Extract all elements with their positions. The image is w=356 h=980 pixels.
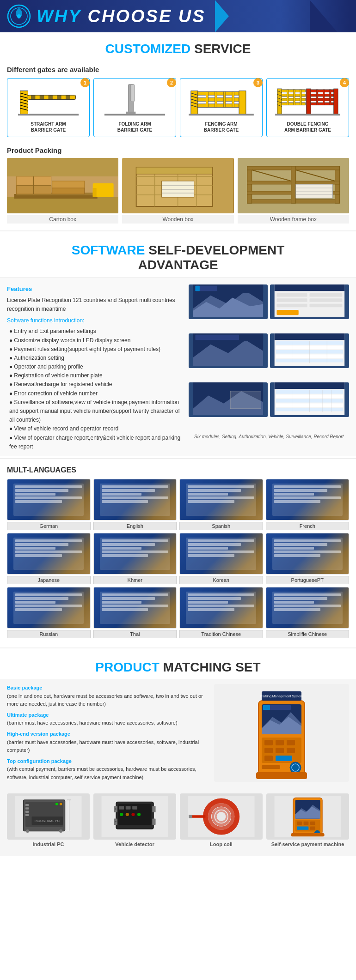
loop-coil-svg <box>184 796 258 837</box>
gate-number-2: 2 <box>167 78 176 87</box>
simplifie-chinese-screenshot <box>266 587 350 629</box>
header-arrow-icon <box>215 0 229 32</box>
svg-rect-157 <box>276 756 292 761</box>
software-images-grid: Six modules, Setting, Authorization, Veh… <box>189 284 349 451</box>
payment-machine-svg: Parking Management System <box>252 687 312 779</box>
svg-rect-110 <box>277 304 307 308</box>
func-item-8: Error correction of vehicle number <box>9 389 183 398</box>
func-item-11: View of operator charge report,entry&exi… <box>9 434 183 451</box>
svg-rect-32 <box>215 92 217 108</box>
gate-label-4: DOUBLE FENCINGARM BARRIER GATE <box>269 121 346 133</box>
software-screenshot-3 <box>189 333 268 368</box>
svg-rect-120 <box>275 333 344 340</box>
lang-item-simplifie-chinese: Simplifie Chinese <box>266 587 350 638</box>
gate-number-1: 1 <box>80 78 90 87</box>
svg-rect-71 <box>93 188 97 197</box>
packing-grid: Carton box <box>7 158 349 224</box>
gate-label-2: FOLDING ARMBARRIER GATE <box>96 121 173 133</box>
svg-rect-210 <box>304 821 309 824</box>
bottom-label-vehicle-detector: Vehicle detector <box>93 841 176 847</box>
carton-box-image <box>7 158 118 213</box>
wooden-frame-box-image <box>238 158 349 213</box>
product-packing-section: Product Packing <box>0 142 356 228</box>
vehicle-detector-image <box>93 793 176 840</box>
ultimate-package-title: Ultimate package <box>7 711 209 720</box>
top-config-package-title: Top configuration package <box>7 757 209 766</box>
software-screenshot-5 <box>189 382 268 417</box>
svg-point-186 <box>120 812 123 816</box>
svg-rect-212 <box>297 826 308 829</box>
svg-rect-50 <box>307 89 311 114</box>
packing-label-wooden: Wooden box <box>122 215 233 224</box>
svg-rect-15 <box>57 95 61 99</box>
svg-rect-13 <box>40 95 44 99</box>
func-item-2: Customize display words in LED display s… <box>9 336 183 345</box>
software-section-title: SOFTWARE SELF-DEVELOPMENTADVANTAGE <box>0 234 356 277</box>
lang-item-thai: Thai <box>93 587 177 638</box>
intro-title: Software functions introduction: <box>7 316 183 325</box>
loop-coil-image <box>180 793 263 840</box>
languages-grid: German English <box>7 479 349 638</box>
svg-text:Parking Management System: Parking Management System <box>260 695 303 698</box>
double-fencing-gate-icon <box>269 82 346 117</box>
ultimate-package-desc: (barrier must have accessories, hardware… <box>7 719 209 727</box>
vehicle-detector-svg <box>98 796 172 837</box>
software-caption: Six modules, Setting, Authorization, Veh… <box>189 434 349 451</box>
func-item-9: Surveillance of software,view of vehicle… <box>9 398 183 425</box>
gates-subtitle: Different gates are available <box>7 66 349 73</box>
lang-item-portuguese: PortuguesePT <box>266 533 350 584</box>
gate-item-3: 3 <box>180 78 263 137</box>
svg-rect-48 <box>294 90 295 105</box>
svg-rect-19 <box>131 85 135 102</box>
svg-rect-192 <box>152 806 155 812</box>
gate-number-4: 4 <box>340 78 349 87</box>
svg-rect-93 <box>291 166 295 203</box>
bottom-item-industrial-pc: INDUSTRIAL PC Industrial PC <box>7 793 90 847</box>
svg-rect-16 <box>66 95 70 99</box>
svg-point-173 <box>26 829 29 832</box>
german-screenshot <box>7 479 91 520</box>
svg-rect-36 <box>189 114 254 115</box>
lang-item-russian: Russian <box>7 587 91 638</box>
svg-rect-14 <box>49 95 53 99</box>
straight-arm-gate-icon <box>10 82 87 117</box>
screenshot-6-svg <box>270 382 349 415</box>
lang-label-portuguese: PortuguesePT <box>266 576 350 584</box>
svg-rect-55 <box>316 90 318 105</box>
divider-2 <box>0 458 356 459</box>
divider-3 <box>0 647 356 648</box>
svg-rect-105 <box>196 286 200 291</box>
spanish-screenshot <box>179 479 263 520</box>
lang-label-german: German <box>7 522 91 530</box>
fencing-arm-gate-icon <box>183 82 260 117</box>
svg-text:INDUSTRIAL PC: INDUSTRIAL PC <box>35 818 60 823</box>
svg-rect-202 <box>189 815 192 818</box>
languages-section: MULT-LANGUAGES German <box>0 461 356 645</box>
lang-label-japanese: Japanese <box>7 576 91 584</box>
svg-point-172 <box>60 803 62 805</box>
svg-rect-154 <box>276 748 284 753</box>
svg-rect-31 <box>206 92 209 108</box>
svg-point-189 <box>137 812 141 816</box>
header-title: WHY WHY CHOOSE USCHOOSE US <box>37 6 206 26</box>
svg-rect-112 <box>310 298 343 302</box>
svg-rect-59 <box>275 114 340 115</box>
gate-number-3: 3 <box>253 78 263 87</box>
svg-rect-49 <box>300 90 302 105</box>
lang-label-spanish: Spanish <box>179 522 263 530</box>
svg-rect-184 <box>126 806 131 809</box>
svg-rect-170 <box>25 814 29 816</box>
svg-rect-56 <box>323 90 325 105</box>
svg-rect-72 <box>7 158 118 176</box>
svg-rect-111 <box>310 293 343 297</box>
software-text: Features License Plate Recognition 121 c… <box>7 284 183 451</box>
screenshot-3-svg <box>189 333 268 366</box>
lang-label-french: French <box>266 522 350 530</box>
wooden-frame-svg <box>238 158 349 213</box>
svg-rect-183 <box>119 806 124 809</box>
highend-package-title: High-end version package <box>7 730 209 738</box>
features-desc: License Plate Recognition 121 countries … <box>7 296 183 314</box>
industrial-pc-svg: INDUSTRIAL PC <box>11 796 86 837</box>
gates-section: Different gates are available 1 <box>0 61 356 142</box>
thai-screenshot <box>93 587 177 629</box>
